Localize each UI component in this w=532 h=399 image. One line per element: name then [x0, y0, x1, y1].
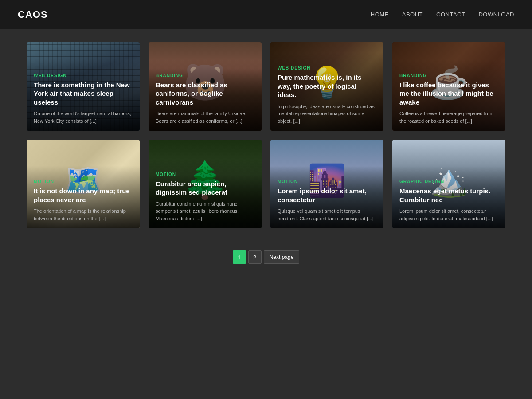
page-1-button[interactable]: 1	[233, 250, 246, 264]
card-category: MOTION	[34, 179, 133, 184]
nav-contact[interactable]: CONTACT	[436, 11, 465, 18]
card-category: BRANDING	[156, 73, 254, 78]
nav-about[interactable]: ABOUT	[402, 11, 423, 18]
card-category: GRAPHIC DESIGN	[399, 179, 498, 184]
card-content: WEB DESIGN Pure mathematics is, in its w…	[270, 52, 383, 131]
card-title: There is something in the New York air t…	[34, 81, 133, 107]
nav-home[interactable]: HOME	[371, 11, 389, 18]
card-excerpt: Coffee is a brewed beverage prepared fro…	[399, 110, 498, 125]
card-title: Bears are classified as caniforms, or do…	[156, 81, 254, 107]
card-title: I like coffee because it gives me the il…	[399, 81, 498, 107]
card-content: WEB DESIGN There is something in the New…	[27, 60, 140, 131]
next-page-button[interactable]: Next page	[264, 250, 300, 264]
card-content: GRAPHIC DESIGN Maecenas eget metus turpi…	[392, 166, 505, 228]
card-excerpt: Curabitur condimentum nisl quis nunc sem…	[156, 200, 254, 223]
card-title: Curabitur arcu sapien, dignissim sed pla…	[156, 180, 254, 197]
list-item[interactable]: MOTION Lorem ipsum dolor sit amet, conse…	[270, 140, 383, 228]
card-grid: WEB DESIGN There is something in the New…	[0, 29, 532, 242]
card-content: MOTION Curabitur arcu sapien, dignissim …	[149, 159, 262, 229]
site-header: CAOS HOME ABOUT CONTACT DOWNLOAD	[0, 0, 532, 29]
list-item[interactable]: MOTION It is not down in any map; true p…	[27, 140, 140, 228]
card-excerpt: Bears are mammals of the family Ursidae.…	[156, 110, 254, 125]
card-title: Pure mathematics is, in its way, the poe…	[278, 73, 376, 99]
list-item[interactable]: BRANDING I like coffee because it gives …	[392, 42, 505, 131]
nav-download[interactable]: DOWNLOAD	[478, 11, 514, 18]
card-excerpt: In philosophy, ideas are usually constru…	[278, 103, 376, 125]
card-title: Lorem ipsum dolor sit amet, consectetur	[278, 187, 376, 204]
card-content: MOTION Lorem ipsum dolor sit amet, conse…	[270, 166, 383, 228]
card-excerpt: Lorem ipsum dolor sit amet, consectetur …	[399, 207, 498, 222]
card-content: BRANDING Bears are classified as canifor…	[149, 60, 262, 131]
pagination: 1 2 Next page	[0, 242, 532, 277]
card-excerpt: Quisque vel quam sit amet elit tempus he…	[278, 207, 376, 222]
list-item[interactable]: WEB DESIGN Pure mathematics is, in its w…	[270, 42, 383, 131]
card-category: MOTION	[278, 179, 376, 184]
card-content: MOTION It is not down in any map; true p…	[27, 166, 140, 228]
card-content: BRANDING I like coffee because it gives …	[392, 60, 505, 131]
list-item[interactable]: WEB DESIGN There is something in the New…	[27, 42, 140, 131]
card-category: WEB DESIGN	[278, 66, 376, 70]
card-category: WEB DESIGN	[34, 73, 133, 78]
card-excerpt: On one of the world's largest natural ha…	[34, 110, 133, 125]
card-category: BRANDING	[399, 73, 498, 78]
card-title: It is not down in any map; true places n…	[34, 187, 133, 204]
card-title: Maecenas eget metus turpis. Curabitur ne…	[399, 187, 498, 204]
list-item[interactable]: MOTION Curabitur arcu sapien, dignissim …	[149, 140, 262, 228]
page-2-button[interactable]: 2	[248, 250, 262, 264]
site-logo: CAOS	[18, 9, 48, 20]
card-excerpt: The orientation of a map is the relation…	[34, 207, 133, 222]
list-item[interactable]: BRANDING Bears are classified as canifor…	[149, 42, 262, 131]
list-item[interactable]: GRAPHIC DESIGN Maecenas eget metus turpi…	[392, 140, 505, 228]
card-category: MOTION	[156, 172, 254, 177]
main-nav: HOME ABOUT CONTACT DOWNLOAD	[371, 11, 514, 18]
